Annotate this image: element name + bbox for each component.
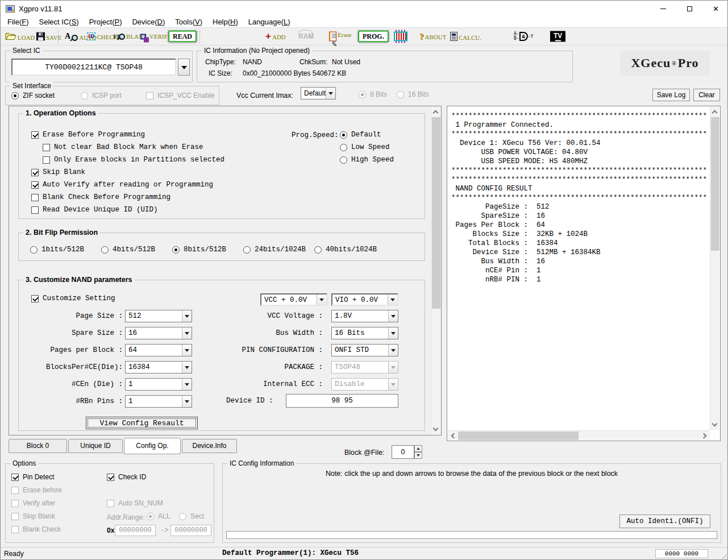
page-size-combo[interactable]: 512 xyxy=(125,310,192,322)
bitflip-1bits-radio[interactable]: 1bits/512B xyxy=(30,246,84,254)
log-vertical-scrollbar[interactable] xyxy=(710,107,719,430)
logic-gate-button[interactable]: A- B- & -Y xyxy=(514,32,533,41)
menu-device[interactable]: Device(D) xyxy=(127,16,170,27)
addr-range-sect-radio[interactable]: Sect xyxy=(179,512,204,520)
pages-per-block-label: Pages per Block : xyxy=(23,346,123,354)
view-config-result-button[interactable]: View Config Resault xyxy=(86,417,198,429)
blank-check-option-checkbox[interactable]: Blank Check xyxy=(11,525,61,533)
only-erase-partitions-checkbox[interactable]: Only Erase blocks in Partitions selected xyxy=(43,156,224,164)
not-clear-bad-block-checkbox[interactable]: Not clear Bad Block Mark when Erase xyxy=(43,143,203,151)
spin-up-button[interactable] xyxy=(414,445,422,452)
scroll-right-icon[interactable] xyxy=(701,433,707,439)
speed-default-radio[interactable]: Default xyxy=(340,131,381,139)
tab-config-op[interactable]: Config Op. xyxy=(124,438,181,454)
load-button[interactable]: LOAD xyxy=(5,32,35,41)
read-uid-checkbox[interactable]: Read Device Unique ID (UID) xyxy=(31,206,158,214)
block-at-file-input[interactable]: 0 xyxy=(392,445,414,459)
addr-range-all-radio[interactable]: ALL xyxy=(147,512,170,520)
skip-blank-option-checkbox[interactable]: Skip Blank xyxy=(11,512,55,520)
auto-verify-checkbox[interactable]: Auto Verify after reading or Programming xyxy=(31,181,213,189)
save-log-button[interactable]: Save Log xyxy=(652,89,690,101)
scrollbar-thumb[interactable] xyxy=(432,117,440,309)
bitflip-8bits-radio[interactable]: 8bits/512B xyxy=(172,246,226,254)
bitflip-4bits-radio[interactable]: 4bits/512B xyxy=(101,246,155,254)
16-bits-radio[interactable]: 16 Bits xyxy=(397,90,429,98)
cen-die-combo[interactable]: 1 xyxy=(125,378,192,391)
bus-width-combo[interactable]: 16 Bits xyxy=(331,327,398,339)
close-button[interactable]: ✕ xyxy=(703,1,728,16)
pin-detect-checkbox[interactable]: Pin Detect xyxy=(11,473,54,481)
skip-blank-checkbox[interactable]: Skip Blank xyxy=(31,168,85,176)
config-panel-scrollbar[interactable] xyxy=(431,107,440,434)
scroll-up-icon[interactable] xyxy=(433,110,439,116)
log-horizontal-scrollbar[interactable] xyxy=(448,430,710,440)
vcc-imax-combo[interactable]: Default xyxy=(301,87,336,99)
speed-low-radio[interactable]: Low Speed xyxy=(340,143,390,151)
blank-check-before-programming-checkbox[interactable]: Blank Check Before Programming xyxy=(31,193,170,201)
erase-before-programming-checkbox[interactable]: Erase Before Programming xyxy=(31,131,145,139)
rbn-pins-combo[interactable]: 1 xyxy=(125,395,192,408)
icsp-vcc-enable-checkbox[interactable]: ICSP_VCC Enable xyxy=(146,92,215,99)
scrollbar-thumb[interactable] xyxy=(458,432,579,440)
auto-identify-button[interactable]: Auto Identi.(ONFI) xyxy=(619,515,710,528)
menu-help[interactable]: Help(H) xyxy=(207,16,243,27)
menu-file[interactable]: File(F) xyxy=(2,16,34,27)
radio-icon xyxy=(359,91,366,98)
vcc-offset-combo[interactable]: VCC + 0.0V xyxy=(260,293,327,306)
chevron-down-icon xyxy=(182,396,192,407)
erase-button[interactable]: ✎ Erase xyxy=(329,32,351,42)
add-button[interactable]: + ADD xyxy=(265,32,286,40)
8-bits-radio[interactable]: 8 Bits xyxy=(359,90,387,98)
clear-label: Clear xyxy=(698,91,715,99)
about-button[interactable]: ? ABOUT xyxy=(419,33,446,40)
vcc-voltage-combo[interactable]: 1.8V xyxy=(331,310,398,322)
speed-high-radio[interactable]: High Speed xyxy=(340,156,394,164)
check-id-checkbox[interactable]: Check ID xyxy=(107,473,146,481)
clear-button[interactable]: Clear xyxy=(693,89,720,101)
menu-project[interactable]: Project(P) xyxy=(84,16,127,27)
menu-language[interactable]: Language(L) xyxy=(243,16,296,27)
bitflip-40bits-radio[interactable]: 40bits/1024B xyxy=(314,246,377,254)
minimize-button[interactable] xyxy=(650,1,676,16)
scrollbar-thumb[interactable] xyxy=(711,117,719,251)
menu-select-ic[interactable]: Select IC(S) xyxy=(34,16,84,27)
maximize-button[interactable] xyxy=(677,1,702,16)
customize-setting-checkbox[interactable]: Customize Setting xyxy=(31,294,115,302)
icsp-port-radio[interactable]: ICSP port xyxy=(81,92,122,99)
verify-after-checkbox[interactable]: Verify after xyxy=(11,499,55,507)
addr-range-to-input[interactable] xyxy=(170,525,211,536)
scroll-left-icon[interactable] xyxy=(451,433,457,439)
bitflip-24bits-radio[interactable]: 24bits/1024B xyxy=(243,246,306,254)
auto-sn-num-checkbox[interactable]: Auto SN_NUM xyxy=(107,499,163,507)
spare-size-combo[interactable]: 16 xyxy=(125,327,192,339)
tab-label: Unique ID xyxy=(80,442,110,450)
pin-configuration-combo[interactable]: ONFI STD xyxy=(331,344,398,356)
radio-icon xyxy=(340,131,347,139)
scroll-down-icon[interactable] xyxy=(433,426,439,432)
pages-per-block-combo[interactable]: 64 xyxy=(125,344,192,356)
erase-before-checkbox[interactable]: Erase before xyxy=(11,486,62,494)
spin-down-button[interactable] xyxy=(414,452,422,459)
tab-block-0[interactable]: Block 0 xyxy=(9,439,67,453)
calcu-button[interactable]: CALCU. xyxy=(450,32,481,41)
addr-range-from-input[interactable] xyxy=(115,525,156,536)
menu-tools[interactable]: Tools(V) xyxy=(170,16,207,27)
device-id-input[interactable] xyxy=(286,394,398,408)
select-ic-dropdown-button[interactable] xyxy=(178,59,190,76)
prog-button[interactable]: PROG. xyxy=(358,31,389,43)
resize-grip[interactable] xyxy=(720,552,727,559)
verify-button[interactable]: VERIFY xyxy=(140,34,172,40)
ram-button[interactable]: RAM xyxy=(298,32,314,40)
tab-device-info[interactable]: Device.Info xyxy=(182,439,237,453)
tab-unique-id[interactable]: Unique ID xyxy=(68,439,123,453)
scroll-up-icon[interactable] xyxy=(712,110,718,116)
scroll-down-icon[interactable] xyxy=(712,421,718,427)
vio-offset-combo[interactable]: VIO + 0.0V xyxy=(331,293,398,306)
chip-test-button[interactable] xyxy=(394,32,407,42)
blocks-per-ce-combo[interactable]: 16384 xyxy=(125,361,192,374)
read-button[interactable]: READ xyxy=(168,31,197,43)
tv-button[interactable]: TV xyxy=(550,31,565,42)
radio-icon xyxy=(30,246,38,254)
selected-ic-field[interactable]: TY00D0021211KC@ TSOP48 xyxy=(11,59,176,76)
zif-socket-radio[interactable]: ZIF socket xyxy=(11,92,55,99)
